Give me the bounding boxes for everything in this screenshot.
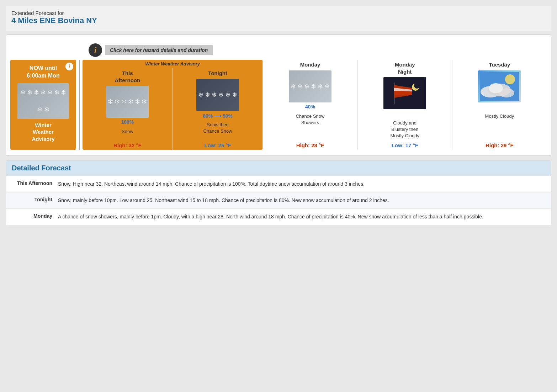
temp-monday-night: Low: 17 °F bbox=[392, 142, 418, 148]
svg-marker-4 bbox=[394, 91, 412, 95]
header-section: Extended Forecast for 4 Miles ENE Bovina… bbox=[6, 6, 551, 31]
detail-row-tonight: Tonight Snow, mainly before 10pm. Low ar… bbox=[6, 192, 551, 209]
advisory-cols-inner: ThisAfternoon ❄ ❄ ❄ ❄ ❄ ❄ bbox=[83, 68, 262, 150]
forecast-columns: Winter Weather Advisory ThisAfternoon ❄ … bbox=[79, 60, 547, 150]
day-monday: Monday bbox=[300, 61, 320, 68]
info-i-small: i bbox=[69, 64, 70, 69]
day-tonight: Tonight bbox=[208, 70, 227, 77]
detailed-title: Detailed Forecast bbox=[12, 164, 545, 172]
detail-row-monday: Monday A chance of snow showers, mainly … bbox=[6, 209, 551, 225]
temp-tuesday: High: 29 °F bbox=[486, 142, 514, 148]
forecast-col-monday: Monday ❄ ❄ ❄ ❄ ❄ ❄ 40% Chance SnowShower… bbox=[262, 60, 357, 150]
detail-text-this-afternoon: Snow. High near 32. Northeast wind aroun… bbox=[58, 180, 545, 188]
precip-tonight-text: 80% ⟶ 50% bbox=[203, 113, 233, 119]
detail-row-this-afternoon: This Afternoon Snow. High near 32. North… bbox=[6, 176, 551, 192]
forecast-section: i Click here for hazard details and dura… bbox=[6, 35, 551, 156]
cloudy-tuesday bbox=[478, 70, 521, 102]
precip-monday: 40% bbox=[305, 104, 315, 111]
current-advisory-box: i NOW until6:00am Mon ❄ ❄ ❄ ❄ ❄ ❄ ❄ ❄ ❄ bbox=[10, 60, 76, 150]
hazard-info-icon[interactable]: i bbox=[89, 43, 102, 57]
forecast-col-monday-night: MondayNight bbox=[357, 60, 452, 150]
desc-tuesday: Mostly Cloudy bbox=[485, 113, 514, 139]
detail-period-this-afternoon: This Afternoon bbox=[12, 180, 58, 188]
image-tuesday bbox=[478, 70, 521, 102]
forecast-col-this-afternoon: ThisAfternoon ❄ ❄ ❄ ❄ ❄ ❄ bbox=[83, 68, 173, 150]
advisory-name: WinterWeatherAdvisory bbox=[14, 122, 73, 143]
advisory-time: NOW until6:00am Mon bbox=[14, 65, 73, 80]
image-monday-night bbox=[383, 77, 426, 109]
desc-tonight: Snow thenChance Snow bbox=[203, 122, 232, 139]
page-container: Extended Forecast for 4 Miles ENE Bovina… bbox=[0, 0, 557, 231]
advisory-columns-group: Winter Weather Advisory ThisAfternoon ❄ … bbox=[83, 60, 262, 150]
detailed-forecast-section: Detailed Forecast This Afternoon Snow. H… bbox=[6, 160, 551, 225]
forecast-col-tuesday: Tuesday bbox=[452, 60, 547, 150]
svg-point-12 bbox=[489, 83, 503, 93]
day-this-afternoon: ThisAfternoon bbox=[115, 70, 140, 84]
detailed-header: Detailed Forecast bbox=[6, 160, 551, 176]
desc-monday-night: Cloudy andBlustery thenMostly Cloudy bbox=[390, 120, 419, 139]
temp-this-afternoon: High: 32 °F bbox=[113, 142, 142, 148]
detail-text-monday: A chance of snow showers, mainly before … bbox=[58, 213, 545, 221]
precip-this-afternoon: 100% bbox=[121, 119, 134, 126]
day-monday-night: MondayNight bbox=[395, 61, 415, 75]
cloudy-svg bbox=[480, 72, 519, 101]
snow-animation: ❄ ❄ ❄ ❄ ❄ ❄ ❄ ❄ ❄ bbox=[17, 83, 69, 119]
advisory-banner-label: Winter Weather Advisory bbox=[83, 61, 262, 67]
forecast-grid: i NOW until6:00am Mon ❄ ❄ ❄ ❄ ❄ ❄ ❄ ❄ ❄ bbox=[10, 60, 547, 150]
snow-monday: ❄ ❄ ❄ ❄ ❄ ❄ bbox=[289, 70, 331, 102]
extended-label: Extended Forecast for bbox=[11, 10, 546, 16]
desc-this-afternoon: Snow bbox=[122, 128, 133, 139]
hazard-click-text: Click here for hazard details and durati… bbox=[110, 47, 208, 53]
hazard-banner[interactable]: i Click here for hazard details and dura… bbox=[89, 43, 547, 57]
hazard-text-box[interactable]: Click here for hazard details and durati… bbox=[105, 45, 213, 55]
location-title: 4 Miles ENE Bovina NY bbox=[11, 16, 546, 25]
advisory-info-icon[interactable]: i bbox=[65, 63, 73, 70]
svg-point-6 bbox=[414, 83, 420, 89]
windsock-svg bbox=[387, 81, 423, 106]
windsock-visual bbox=[383, 77, 426, 109]
snow-this-afternoon: ❄ ❄ ❄ ❄ ❄ ❄ bbox=[106, 86, 149, 118]
desc-monday: Chance SnowShowers bbox=[296, 113, 325, 139]
temp-tonight: Low: 25 °F bbox=[204, 142, 231, 148]
forecast-col-tonight: Tonight ❄ ❄ ❄ ❄ ❄ ❄ bbox=[173, 68, 263, 150]
svg-point-8 bbox=[505, 74, 515, 84]
snow-tonight: ❄ ❄ ❄ ❄ ❄ ❄ bbox=[196, 79, 239, 111]
image-monday: ❄ ❄ ❄ ❄ ❄ ❄ bbox=[289, 70, 331, 102]
precip-tonight: 80% ⟶ 50% bbox=[203, 112, 233, 120]
detail-period-tonight: Tonight bbox=[12, 197, 58, 204]
detail-text-tonight: Snow, mainly before 10pm. Low around 25.… bbox=[58, 197, 545, 204]
temp-monday: High: 28 °F bbox=[296, 142, 324, 148]
info-i: i bbox=[94, 46, 96, 54]
detail-period-monday: Monday bbox=[12, 213, 58, 221]
day-tuesday: Tuesday bbox=[489, 61, 510, 68]
image-tonight: ❄ ❄ ❄ ❄ ❄ ❄ bbox=[196, 79, 239, 111]
image-this-afternoon: ❄ ❄ ❄ ❄ ❄ ❄ bbox=[106, 86, 149, 118]
current-weather-image: ❄ ❄ ❄ ❄ ❄ ❄ ❄ ❄ ❄ bbox=[17, 83, 69, 119]
